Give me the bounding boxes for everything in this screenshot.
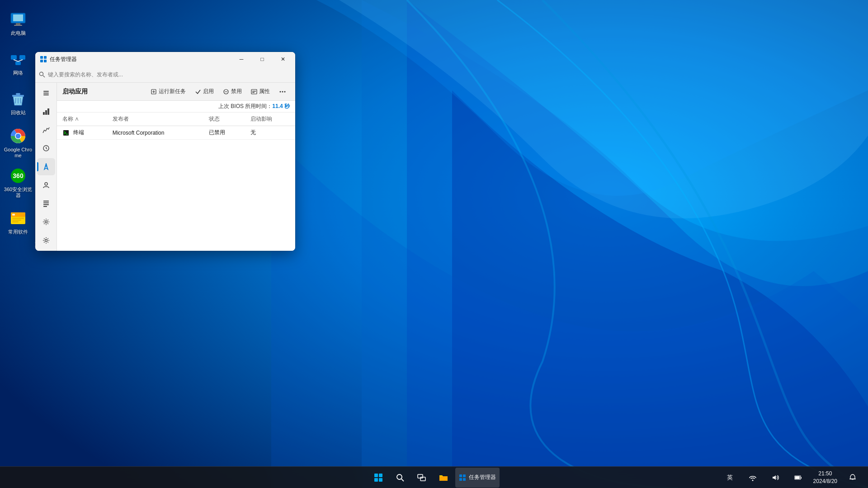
sidebar-item-users[interactable] bbox=[37, 176, 55, 194]
bios-label: 上次 BIOS 所用时间： bbox=[218, 103, 272, 110]
network-label: 网络 bbox=[13, 70, 23, 76]
svg-line-9 bbox=[18, 60, 23, 61]
app-icon bbox=[40, 56, 47, 63]
search-taskbar-icon bbox=[396, 473, 405, 482]
svg-line-12 bbox=[15, 98, 16, 103]
svg-rect-29 bbox=[44, 60, 47, 62]
cell-publisher: Microsoft Corporation bbox=[107, 126, 203, 140]
titlebar: 任务管理器 ─ □ ✕ bbox=[35, 52, 295, 66]
task-manager-window: 任务管理器 ─ □ ✕ bbox=[35, 52, 295, 251]
notification-button[interactable] bbox=[843, 468, 863, 488]
history-icon bbox=[42, 145, 50, 152]
svg-line-66 bbox=[401, 479, 404, 481]
cell-status: 已禁用 bbox=[203, 126, 245, 140]
svg-rect-27 bbox=[44, 56, 47, 59]
sidebar-item-history[interactable] bbox=[37, 140, 55, 157]
details-icon bbox=[42, 200, 50, 207]
taskmanager-taskbar-item[interactable]: 任务管理器 bbox=[455, 468, 500, 488]
network-tray-button[interactable] bbox=[743, 468, 763, 488]
col-impact[interactable]: 启动影响 bbox=[245, 113, 295, 126]
svg-rect-75 bbox=[801, 477, 802, 479]
360-icon: 360 bbox=[9, 167, 27, 185]
sidebar-item-performance[interactable] bbox=[37, 121, 55, 139]
svg-rect-26 bbox=[40, 56, 43, 59]
svg-rect-4 bbox=[14, 25, 22, 26]
battery-icon bbox=[794, 474, 802, 482]
svg-point-57 bbox=[282, 91, 283, 92]
360-label: 360安全浏览器 bbox=[3, 187, 33, 198]
sidebar-item-processes[interactable] bbox=[37, 103, 55, 121]
svg-point-47 bbox=[45, 239, 47, 241]
search-input[interactable] bbox=[48, 71, 292, 78]
svg-rect-22 bbox=[12, 214, 15, 216]
startup-icon bbox=[42, 163, 50, 170]
svg-rect-35 bbox=[43, 112, 45, 115]
titlebar-left: 任务管理器 bbox=[40, 56, 77, 63]
col-name[interactable]: 名称 ∧ bbox=[57, 113, 107, 126]
language-indicator[interactable]: 英 bbox=[720, 468, 740, 488]
toolbar: 启动应用 运行新任务 启用 bbox=[57, 83, 295, 101]
file-explorer-button[interactable] bbox=[434, 468, 453, 488]
terminal-icon bbox=[62, 129, 70, 136]
desktop-icon-common-sw[interactable]: 常用软件 bbox=[1, 203, 35, 241]
svg-rect-24 bbox=[12, 220, 21, 221]
sidebar-item-menu[interactable] bbox=[37, 84, 55, 102]
tm-taskbar-icon bbox=[459, 474, 466, 481]
svg-rect-37 bbox=[47, 108, 49, 115]
window-title: 任务管理器 bbox=[50, 56, 77, 63]
date-display: 2024/8/20 bbox=[813, 478, 837, 485]
svg-rect-25 bbox=[12, 221, 19, 222]
svg-rect-6 bbox=[19, 55, 25, 60]
tm-body: 启动应用 运行新任务 启用 bbox=[35, 83, 295, 251]
desktop-icon-network[interactable]: 网络 bbox=[1, 44, 35, 82]
close-button[interactable]: ✕ bbox=[273, 52, 293, 66]
taskview-button[interactable] bbox=[412, 468, 432, 488]
sidebar-item-services[interactable] bbox=[37, 213, 55, 231]
desktop-icon-chrome[interactable]: Google Chrome bbox=[1, 124, 35, 162]
svg-line-31 bbox=[43, 75, 45, 77]
sidebar bbox=[35, 83, 57, 251]
time-display: 21:50 bbox=[818, 470, 832, 478]
desktop-icon-360[interactable]: 360 360安全浏览器 bbox=[1, 164, 35, 202]
performance-icon bbox=[42, 127, 50, 134]
svg-rect-7 bbox=[15, 61, 21, 65]
svg-point-58 bbox=[284, 91, 286, 92]
svg-rect-5 bbox=[11, 55, 17, 60]
svg-rect-64 bbox=[379, 478, 382, 482]
search-button[interactable] bbox=[390, 468, 410, 488]
col-publisher[interactable]: 发布者 bbox=[107, 113, 203, 126]
services-icon bbox=[42, 218, 50, 225]
search-icon bbox=[39, 71, 45, 78]
volume-icon bbox=[771, 474, 779, 482]
enable-button[interactable]: 启用 bbox=[191, 86, 217, 97]
desktop-icon-thispc[interactable]: 此电脑 bbox=[1, 5, 35, 42]
sidebar-item-startup[interactable] bbox=[37, 158, 55, 176]
sidebar-item-details[interactable] bbox=[37, 195, 55, 212]
desktop-icon-recycle[interactable]: 回收站 bbox=[1, 84, 35, 122]
svg-rect-32 bbox=[43, 91, 49, 92]
system-tray-button[interactable] bbox=[788, 468, 808, 488]
users-icon bbox=[42, 182, 50, 189]
disable-label: 禁用 bbox=[231, 88, 242, 95]
volume-button[interactable] bbox=[765, 468, 785, 488]
sidebar-item-settings[interactable] bbox=[37, 231, 55, 249]
svg-point-30 bbox=[40, 72, 43, 75]
datetime-display[interactable]: 21:50 2024/8/20 bbox=[811, 468, 840, 487]
svg-line-14 bbox=[20, 98, 21, 103]
more-icon bbox=[279, 88, 286, 95]
svg-rect-44 bbox=[43, 204, 49, 205]
run-task-button[interactable]: 运行新任务 bbox=[147, 86, 189, 97]
svg-rect-53 bbox=[251, 89, 257, 94]
col-status[interactable]: 状态 bbox=[203, 113, 245, 126]
more-button[interactable] bbox=[275, 86, 290, 97]
table-row[interactable]: 终端 Microsoft Corporation 已禁用 无 bbox=[57, 126, 295, 140]
tm-taskbar-label: 任务管理器 bbox=[469, 474, 496, 481]
svg-rect-45 bbox=[43, 206, 47, 207]
start-button[interactable] bbox=[368, 468, 388, 488]
svg-rect-71 bbox=[459, 478, 462, 481]
disable-button[interactable]: 禁用 bbox=[219, 86, 245, 97]
minimize-button[interactable]: ─ bbox=[231, 52, 252, 66]
properties-button[interactable]: 属性 bbox=[247, 86, 274, 97]
maximize-button[interactable]: □ bbox=[252, 52, 273, 66]
recycle-icon bbox=[9, 90, 27, 108]
